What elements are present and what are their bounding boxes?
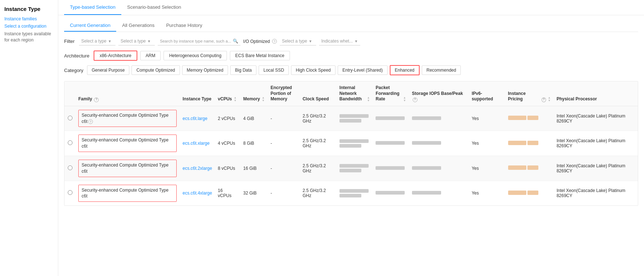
cat-btn-local-ssd[interactable]: Local SSD — [259, 65, 289, 75]
pricing-help-icon[interactable]: ? — [542, 97, 546, 102]
vcpus-cell: 2 vCPUs — [215, 106, 240, 131]
family-row-help-icon[interactable]: ? — [88, 119, 93, 124]
storage-iops-cell — [409, 131, 469, 156]
category-row: Category General Purpose Compute Optimiz… — [64, 65, 638, 75]
th-radio — [64, 81, 75, 106]
row-radio-1[interactable] — [68, 140, 72, 145]
filter-dropdown-4-icon: ▼ — [354, 39, 358, 43]
processor-cell: Intel Xeon(Cascade Lake) Platinum 8269CY — [554, 181, 638, 205]
filter-indicates-placeholder: Indicates whet... — [321, 39, 353, 44]
tab-current-gen[interactable]: Current Generation — [64, 20, 116, 32]
arch-btn-arm[interactable]: ARM — [140, 51, 161, 60]
cat-btn-high-clock[interactable]: High Clock Speed — [291, 65, 335, 75]
cat-btn-recommended[interactable]: Recommended — [422, 65, 461, 75]
tab-purchase-history[interactable]: Purchase History — [160, 20, 208, 32]
cat-btn-general[interactable]: General Purpose — [87, 65, 130, 75]
encrypted-cell: - — [268, 131, 300, 156]
storage-iops-cell — [409, 156, 469, 181]
memory-cell: 4 GiB — [240, 106, 268, 131]
pricing-cell — [505, 106, 554, 131]
th-storage-iops: Storage IOPS Base/Peak ? — [409, 81, 469, 106]
th-pricing[interactable]: Instance Pricing ? ▲▼ — [505, 81, 554, 106]
filter-dropdown-1-icon: ▼ — [108, 39, 111, 43]
cat-btn-entry-level[interactable]: Entry-Level (Shared) — [338, 65, 388, 75]
filter-select-indicates[interactable]: Indicates whet... ▼ — [319, 37, 360, 45]
th-family: Family ? — [75, 81, 180, 106]
tab-type-based[interactable]: Type-based Selection — [64, 0, 121, 15]
clock-speed-cell: 2.5 GHz/3.2 GHz — [300, 181, 337, 205]
cat-btn-bigdata[interactable]: Big Data — [230, 65, 256, 75]
filter-select-3[interactable]: Select a type ▼ — [280, 37, 316, 45]
family-cell: Security-enhanced Compute Optimized Type… — [75, 181, 180, 205]
io-help-icon[interactable]: ? — [272, 39, 277, 44]
ipv6-cell: Yes — [469, 181, 505, 205]
th-network-bw[interactable]: Internal Network Bandwidth ▲▼ — [337, 81, 373, 106]
arch-btn-bare-metal[interactable]: ECS Bare Metal Instance — [230, 51, 290, 60]
cat-btn-enhanced[interactable]: Enhanced — [390, 65, 420, 75]
storage-iops-cell — [409, 181, 469, 205]
family-help-icon[interactable]: ? — [94, 97, 99, 102]
filter-io-container: I/O Optimized ? — [243, 39, 277, 44]
packet-fwd-cell — [373, 181, 409, 205]
packet-fwd-cell — [373, 156, 409, 181]
filter-select-1[interactable]: Select a type ▼ — [79, 37, 115, 45]
pricing-cell — [505, 181, 554, 205]
processor-cell: Intel Xeon(Cascade Lake) Platinum 8269CY — [554, 106, 638, 131]
instance-type-cell[interactable]: ecs.c6t.2xlarge — [180, 156, 215, 181]
network-bw-cell — [337, 131, 373, 156]
th-packet-fwd[interactable]: Packet Forwarding Rate ▲▼ — [373, 81, 409, 106]
ipv6-cell: Yes — [469, 131, 505, 156]
instance-type-cell[interactable]: ecs.c6t.4xlarge — [180, 181, 215, 205]
processor-cell: Intel Xeon(Cascade Lake) Platinum 8269CY — [554, 156, 638, 181]
family-cell: Security-enhanced Compute Optimized Type… — [75, 131, 180, 156]
th-clock-speed: Clock Speed — [300, 81, 337, 106]
filter-label: Filter — [64, 39, 75, 44]
pricing-sort-icon: ▲▼ — [548, 96, 551, 102]
pricing-cell — [505, 131, 554, 156]
instance-table: Family ? Instance Type vCPUs ▲▼ — [64, 81, 638, 205]
tab-scenario-based[interactable]: Scenario-based Selection — [121, 0, 187, 15]
memory-cell: 8 GiB — [240, 131, 268, 156]
radio-cell — [64, 131, 75, 156]
cat-btn-memory[interactable]: Memory Optimized — [182, 65, 228, 75]
network-bw-cell — [337, 106, 373, 131]
filter-search[interactable]: Search by instance type name, such a... … — [158, 37, 240, 45]
family-cell: Security-enhanced Compute Optimized Type… — [75, 156, 180, 181]
row-radio-0[interactable] — [68, 116, 72, 120]
arch-btn-x86[interactable]: x86-Architecture — [94, 51, 137, 61]
arch-btn-hetero[interactable]: Heterogeneous Computing — [164, 51, 227, 60]
filter-select-2[interactable]: Select a type ▼ — [118, 37, 155, 45]
sidebar-link-config[interactable]: Select a configuration — [4, 24, 54, 29]
filter-dropdown-2-icon: ▼ — [147, 39, 151, 43]
encrypted-cell: - — [268, 106, 300, 131]
network-bw-cell — [337, 156, 373, 181]
th-memory[interactable]: Memory ▲▼ — [240, 81, 268, 106]
storage-iops-cell — [409, 106, 469, 131]
memory-cell: 32 GiB — [240, 181, 268, 205]
instance-type-cell[interactable]: ecs.c6t.xlarge — [180, 131, 215, 156]
radio-cell — [64, 181, 75, 205]
ipv6-cell: Yes — [469, 156, 505, 181]
main-content: Type-based Selection Scenario-based Sele… — [58, 0, 644, 276]
iops-help-icon[interactable]: ? — [413, 97, 417, 102]
filter-select-1-placeholder: Select a type — [81, 39, 106, 44]
table-header-row: Family ? Instance Type vCPUs ▲▼ — [64, 81, 638, 106]
th-vcpus[interactable]: vCPUs ▲▼ — [215, 81, 240, 106]
sidebar-link-families[interactable]: Instance families — [4, 16, 54, 21]
th-instance-type: Instance Type — [180, 81, 215, 106]
table-row: Security-enhanced Compute Optimized Type… — [64, 181, 638, 205]
vcpus-sort-icon: ▲▼ — [234, 96, 237, 102]
row-radio-2[interactable] — [68, 165, 72, 170]
second-tabs: Current Generation All Generations Purch… — [64, 20, 638, 32]
sidebar-desc: Instance types available for each region — [4, 31, 54, 43]
memory-sort-icon: ▲▼ — [262, 96, 265, 102]
vcpus-cell: 8 vCPUs — [215, 156, 240, 181]
instance-type-cell[interactable]: ecs.c6t.large — [180, 106, 215, 131]
filter-row: Filter Select a type ▼ Select a type ▼ S… — [64, 37, 638, 45]
tab-all-gen[interactable]: All Generations — [116, 20, 160, 32]
th-encrypted: Encrypted Portion of Memory — [268, 81, 300, 106]
row-radio-3[interactable] — [68, 190, 72, 195]
encrypted-cell: - — [268, 156, 300, 181]
cat-btn-compute[interactable]: Compute Optimized — [131, 65, 180, 75]
packet-fwd-cell — [373, 131, 409, 156]
